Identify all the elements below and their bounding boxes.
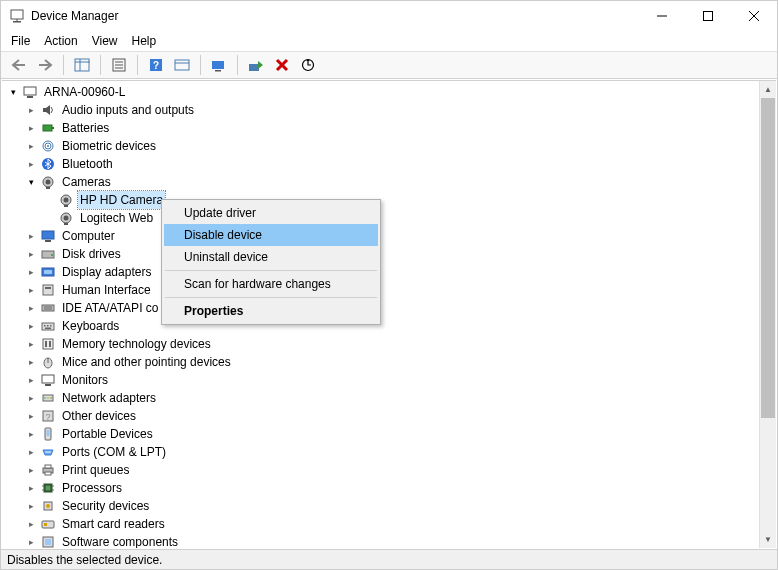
svg-rect-89 <box>45 539 51 545</box>
network-icon <box>40 390 56 406</box>
tree-root[interactable]: ▾ ARNA-00960-L <box>6 83 759 101</box>
chevron-right-icon[interactable]: ▸ <box>24 517 38 531</box>
scrollbar-thumb[interactable] <box>761 98 775 418</box>
tree-node-softcomp[interactable]: ▸ Software components <box>6 533 759 548</box>
tree-node-memtech[interactable]: ▸ Memory technology devices <box>6 335 759 353</box>
chevron-right-icon[interactable]: ▸ <box>24 319 38 333</box>
security-icon <box>40 498 56 514</box>
tree-root-label: ARNA-00960-L <box>42 83 127 101</box>
back-button[interactable] <box>7 54 31 76</box>
tree-node-keyboards[interactable]: ▸ Keyboards <box>6 317 759 335</box>
svg-point-73 <box>47 451 49 453</box>
tree-node-batteries[interactable]: ▸ Batteries <box>6 119 759 137</box>
chevron-right-icon[interactable]: ▸ <box>24 301 38 315</box>
ctx-scan-hardware[interactable]: Scan for hardware changes <box>164 273 378 295</box>
chevron-right-icon[interactable]: ▸ <box>24 409 38 423</box>
chevron-right-icon[interactable]: ▸ <box>24 445 38 459</box>
scan-hardware-button[interactable] <box>296 54 320 76</box>
minimize-button[interactable] <box>639 1 685 31</box>
chevron-right-icon[interactable]: ▸ <box>24 355 38 369</box>
tree-node-logitech-camera[interactable]: Logitech Web <box>6 209 759 227</box>
tree-node-mice[interactable]: ▸ Mice and other pointing devices <box>6 353 759 371</box>
forward-button[interactable] <box>33 54 57 76</box>
tree-node-print[interactable]: ▸ Print queues <box>6 461 759 479</box>
chevron-right-icon[interactable]: ▸ <box>24 481 38 495</box>
tree-node-smartcard[interactable]: ▸ Smart card readers <box>6 515 759 533</box>
tree-node-label: Network adapters <box>60 389 158 407</box>
chevron-right-icon[interactable]: ▸ <box>24 391 38 405</box>
chevron-right-icon[interactable]: ▸ <box>24 265 38 279</box>
chevron-right-icon[interactable]: ▸ <box>24 337 38 351</box>
status-text: Disables the selected device. <box>7 553 162 567</box>
chevron-right-icon[interactable]: ▸ <box>24 139 38 153</box>
ctx-disable-device[interactable]: Disable device <box>164 224 378 246</box>
svg-rect-53 <box>44 325 46 327</box>
help-button[interactable]: ? <box>144 54 168 76</box>
printer-icon <box>40 462 56 478</box>
chevron-right-icon[interactable]: ▸ <box>24 103 38 117</box>
menu-file[interactable]: File <box>11 34 30 48</box>
keyboard-icon <box>40 318 56 334</box>
tree-node-security[interactable]: ▸ Security devices <box>6 497 759 515</box>
tree-node-hp-camera[interactable]: HP HD Camera <box>6 191 759 209</box>
tree-node-audio[interactable]: ▸ Audio inputs and outputs <box>6 101 759 119</box>
chevron-right-icon[interactable]: ▸ <box>24 535 38 548</box>
tree-node-label: Display adapters <box>60 263 153 281</box>
tree-node-label: Processors <box>60 479 124 497</box>
chevron-right-icon[interactable]: ▸ <box>24 427 38 441</box>
tree-node-network[interactable]: ▸ Network adapters <box>6 389 759 407</box>
menu-view[interactable]: View <box>92 34 118 48</box>
properties-button[interactable] <box>107 54 131 76</box>
ctx-uninstall-device[interactable]: Uninstall device <box>164 246 378 268</box>
tree-node-ide[interactable]: ▸ IDE ATA/ATAPI co <box>6 299 759 317</box>
tree-node-ports[interactable]: ▸ Ports (COM & LPT) <box>6 443 759 461</box>
enable-device-button[interactable] <box>244 54 268 76</box>
chevron-right-icon[interactable]: ▸ <box>24 121 38 135</box>
tree-node-processors[interactable]: ▸ Processors <box>6 479 759 497</box>
tree-node-display[interactable]: ▸ Display adapters <box>6 263 759 281</box>
chevron-right-icon[interactable]: ▸ <box>24 283 38 297</box>
chevron-down-icon[interactable]: ▾ <box>24 175 38 189</box>
chevron-right-icon[interactable]: ▸ <box>24 499 38 513</box>
port-icon <box>40 444 56 460</box>
tree-node-monitors[interactable]: ▸ Monitors <box>6 371 759 389</box>
chevron-down-icon[interactable]: ▾ <box>6 85 20 99</box>
vertical-scrollbar[interactable]: ▲ ▼ <box>759 81 776 548</box>
maximize-button[interactable] <box>685 1 731 31</box>
tree-node-disk[interactable]: ▸ Disk drives <box>6 245 759 263</box>
tree-node-computer[interactable]: ▸ Computer <box>6 227 759 245</box>
tree-node-label: Cameras <box>60 173 113 191</box>
tree-node-label: IDE ATA/ATAPI co <box>60 299 160 317</box>
tree-node-portable[interactable]: ▸ Portable Devices <box>6 425 759 443</box>
tree-node-bluetooth[interactable]: ▸ Bluetooth <box>6 155 759 173</box>
action-button[interactable] <box>170 54 194 76</box>
tree-node-label: Software components <box>60 533 180 548</box>
chevron-right-icon[interactable]: ▸ <box>24 229 38 243</box>
scroll-down-icon[interactable]: ▼ <box>760 531 776 548</box>
chevron-right-icon[interactable]: ▸ <box>24 463 38 477</box>
tree-node-biometric[interactable]: ▸ Biometric devices <box>6 137 759 155</box>
scroll-up-icon[interactable]: ▲ <box>760 81 776 98</box>
update-driver-button[interactable] <box>207 54 231 76</box>
computer-icon <box>22 84 38 100</box>
ctx-properties[interactable]: Properties <box>164 300 378 322</box>
title-bar: Device Manager <box>1 1 777 31</box>
tree-node-other[interactable]: ▸ ? Other devices <box>6 407 759 425</box>
menu-help[interactable]: Help <box>132 34 157 48</box>
svg-rect-56 <box>45 328 51 330</box>
chevron-right-icon[interactable]: ▸ <box>24 247 38 261</box>
chevron-right-icon[interactable]: ▸ <box>24 373 38 387</box>
tree-node-cameras[interactable]: ▾ Cameras <box>6 173 759 191</box>
tree-node-label: Print queues <box>60 461 131 479</box>
tree-node-hid[interactable]: ▸ Human Interface <box>6 281 759 299</box>
uninstall-device-button[interactable] <box>270 54 294 76</box>
svg-rect-42 <box>45 240 51 242</box>
tree-node-label: Bluetooth <box>60 155 115 173</box>
svg-rect-1 <box>13 21 21 23</box>
menu-action[interactable]: Action <box>44 34 77 48</box>
close-button[interactable] <box>731 1 777 31</box>
chevron-right-icon[interactable]: ▸ <box>24 157 38 171</box>
ctx-update-driver[interactable]: Update driver <box>164 202 378 224</box>
show-hide-tree-button[interactable] <box>70 54 94 76</box>
svg-point-36 <box>64 198 69 203</box>
